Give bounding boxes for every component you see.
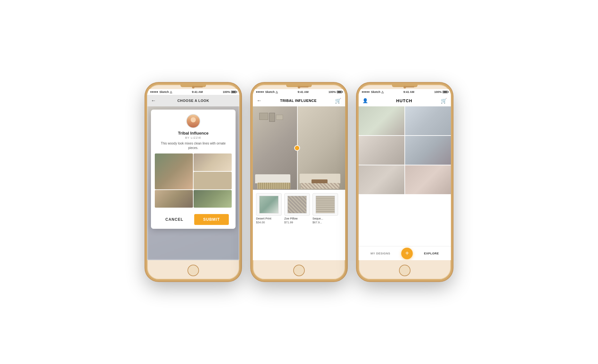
photo-1 bbox=[155, 153, 193, 189]
ar-before-view bbox=[253, 106, 297, 190]
products-strip: Desert Print $34.00 Zoe Pillow $71.99 bbox=[253, 190, 345, 227]
art-frame-1 bbox=[259, 113, 268, 120]
signal2-icon bbox=[256, 91, 264, 93]
ar-view bbox=[253, 106, 345, 190]
hutch-nav-title: HUTCH bbox=[396, 98, 412, 103]
product-name-2: Zoe Pillow bbox=[284, 217, 310, 220]
art-frame-2 bbox=[269, 113, 275, 122]
room-thumb-5[interactable] bbox=[359, 165, 404, 194]
battery-icon bbox=[231, 91, 236, 93]
modal-card: Tribal Influence BY LIZZIE This woody lo… bbox=[151, 110, 236, 229]
desert-print-img bbox=[259, 196, 278, 213]
phone-1: Sketch △ 9:41 AM 100% ← CHOOSE A LOOK bbox=[145, 83, 241, 281]
screen3-layout: Sketch △ 9:41 AM 100% 👤 HUTCH 🛒 bbox=[359, 89, 451, 260]
photo-2 bbox=[194, 153, 232, 171]
hutch-nav: 👤 HUTCH 🛒 bbox=[359, 95, 451, 106]
coffee-table-right bbox=[311, 179, 328, 183]
room-thumb-6[interactable] bbox=[405, 165, 451, 194]
back-button-2[interactable]: ← bbox=[257, 98, 262, 103]
product-card-2[interactable]: Zoe Pillow $71.99 bbox=[284, 193, 310, 224]
scene-sofa-left bbox=[255, 174, 291, 183]
profile-icon[interactable]: 👤 bbox=[362, 98, 368, 103]
photo-5 bbox=[194, 190, 232, 208]
product-card-1[interactable]: Desert Print $34.00 bbox=[256, 193, 282, 224]
modal-actions: CANCEL SUBMIT bbox=[151, 211, 236, 225]
product-price-3: $67.9... bbox=[312, 221, 338, 224]
phone1-speaker bbox=[194, 86, 203, 87]
battery3-percent: 100% bbox=[434, 90, 442, 94]
modal-avatar bbox=[151, 114, 236, 128]
signal-icon bbox=[150, 91, 158, 93]
status3-right: 100% bbox=[434, 90, 448, 94]
phone3-speaker bbox=[405, 86, 414, 87]
submit-button[interactable]: SUBMIT bbox=[194, 214, 229, 225]
battery3-icon bbox=[443, 91, 448, 93]
status2-time: 9:41 AM bbox=[298, 90, 309, 94]
ar-after-view bbox=[297, 106, 345, 190]
status3-time: 9:41 AM bbox=[403, 90, 414, 94]
battery2-percent: 100% bbox=[328, 90, 336, 94]
status-bar-3: Sketch △ 9:41 AM 100% bbox=[359, 89, 451, 95]
status2-right: 100% bbox=[328, 90, 342, 94]
product-name-1: Desert Print bbox=[256, 217, 282, 220]
wall-art-group bbox=[259, 113, 283, 122]
battery2-icon bbox=[337, 91, 342, 93]
product-img-2 bbox=[284, 193, 310, 216]
cart-icon-3[interactable]: 🛒 bbox=[441, 98, 447, 104]
modal-overlay: Sketch △ 9:41 AM 100% ← CHOOSE A LOOK bbox=[147, 89, 239, 260]
scene-rug-left bbox=[257, 183, 291, 189]
back-button-1[interactable]: ← bbox=[151, 98, 156, 103]
status-bar-1: Sketch △ 9:41 AM 100% bbox=[147, 89, 239, 95]
tribal-nav-title: TRIBAL INFLUENCE bbox=[280, 99, 317, 103]
tab-my-designs[interactable]: MY DESIGNS bbox=[370, 252, 390, 255]
room-thumb-3[interactable] bbox=[359, 136, 404, 165]
phones-container: Sketch △ 9:41 AM 100% ← CHOOSE A LOOK bbox=[132, 70, 466, 294]
status3-left: Sketch △ bbox=[362, 90, 384, 94]
product-img-1 bbox=[256, 193, 282, 216]
room-thumb-1[interactable] bbox=[359, 106, 404, 135]
cart-icon-2[interactable]: 🛒 bbox=[335, 98, 341, 104]
seque-img bbox=[316, 196, 335, 213]
nav-title-1: CHOOSE A LOOK bbox=[177, 99, 209, 103]
photo-cell-4 bbox=[155, 190, 193, 208]
tribal-nav: ← TRIBAL INFLUENCE 🛒 bbox=[253, 95, 345, 106]
phone2-speaker bbox=[300, 86, 309, 87]
zoe-pillow-img bbox=[287, 196, 307, 213]
art-frame-3 bbox=[276, 115, 283, 120]
product-price-2: $71.99 bbox=[284, 221, 310, 224]
nav-bar-1: ← CHOOSE A LOOK bbox=[147, 95, 239, 106]
status2-left: Sketch △ bbox=[256, 90, 278, 94]
room-thumb-2[interactable] bbox=[405, 106, 451, 135]
phone3-screen: Sketch △ 9:41 AM 100% 👤 HUTCH 🛒 bbox=[359, 89, 451, 260]
photo-cell-1 bbox=[155, 153, 193, 189]
tab-explore[interactable]: EXPLORE bbox=[424, 252, 439, 255]
room-thumb-4[interactable] bbox=[405, 136, 451, 165]
look-by: BY LIZZIE bbox=[151, 136, 236, 139]
cancel-button[interactable]: CANCEL bbox=[158, 215, 191, 224]
room-grid bbox=[359, 106, 451, 246]
look-description: This woody look mixes clean lines with o… bbox=[151, 141, 236, 150]
avatar-person-icon bbox=[187, 115, 200, 128]
battery-percent: 100% bbox=[223, 90, 230, 94]
status-right: 100% bbox=[223, 90, 236, 94]
fab-add-button[interactable]: + bbox=[401, 248, 413, 259]
scene-rug-right bbox=[301, 183, 339, 189]
photo-grid bbox=[155, 153, 232, 208]
photo-cell-2 bbox=[194, 153, 232, 171]
screen2-layout: Sketch △ 9:41 AM 100% ← TRIBAL INFLUENCE… bbox=[253, 89, 345, 260]
signal3-icon bbox=[362, 91, 370, 93]
photo-3 bbox=[194, 172, 232, 189]
avatar-circle bbox=[186, 114, 200, 128]
phone2-screen: Sketch △ 9:41 AM 100% ← TRIBAL INFLUENCE… bbox=[253, 89, 345, 260]
phone3-home-button[interactable] bbox=[399, 265, 411, 276]
product-img-3 bbox=[312, 193, 338, 216]
hutch-bottom-bar: MY DESIGNS + EXPLORE bbox=[359, 246, 451, 260]
phone1-screen: Sketch △ 9:41 AM 100% ← CHOOSE A LOOK bbox=[147, 89, 239, 260]
status-left: Sketch △ bbox=[150, 90, 172, 94]
phone1-home-button[interactable] bbox=[187, 265, 199, 276]
look-title: Tribal Influence bbox=[151, 131, 236, 136]
photo-cell-5 bbox=[194, 190, 232, 208]
phone2-home-button[interactable] bbox=[293, 265, 305, 276]
product-card-3[interactable]: Seque... $67.9... bbox=[312, 193, 338, 224]
ar-handle[interactable] bbox=[294, 145, 300, 151]
